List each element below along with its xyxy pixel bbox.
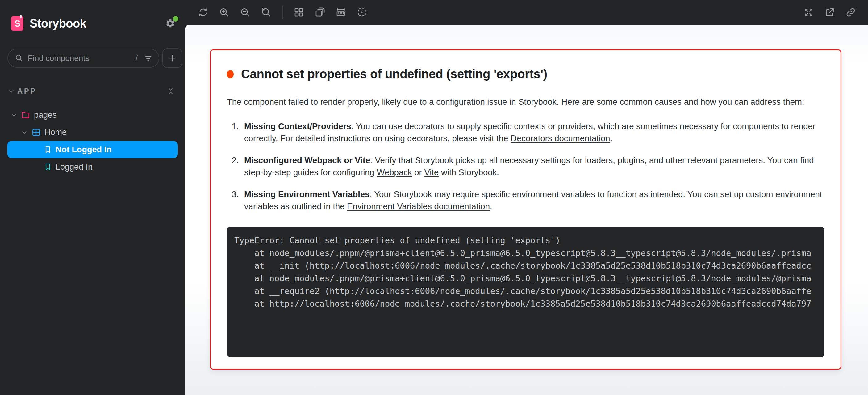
error-title: Cannot set properties of undefined (sett…: [241, 67, 547, 81]
reset-zoom-icon: [261, 7, 271, 18]
zoom-in-icon: [219, 7, 229, 18]
cause-text: or: [412, 168, 425, 177]
chevron-down-icon: [8, 88, 15, 94]
cause-lead: Missing Context/Providers: [244, 121, 351, 131]
error-title-row: Cannot set properties of undefined (sett…: [227, 67, 825, 81]
stack-trace-line: at node_modules/.pnpm/@prisma+client@6.5…: [234, 272, 817, 285]
viewport-icon: [314, 7, 325, 18]
copy-link-button[interactable]: [841, 4, 860, 21]
cause-text: .: [490, 201, 492, 211]
storybook-logo-icon: S: [11, 16, 24, 31]
stack-trace-line: at __init (http://localhost:6006/node_mo…: [234, 259, 817, 272]
outline-icon: [356, 7, 367, 18]
remount-button[interactable]: [194, 4, 212, 21]
grid-icon: [293, 7, 304, 18]
brand-name: Storybook: [30, 17, 86, 30]
search-shortcut-hint: /: [135, 54, 139, 63]
webpack-link[interactable]: Webpack: [377, 168, 412, 177]
stack-trace-block: TypeError: Cannot set properties of unde…: [227, 227, 825, 357]
decorators-documentation-link[interactable]: Decorators documentation: [510, 134, 610, 143]
cause-text: .: [610, 134, 613, 143]
stack-trace-line: TypeError: Cannot set properties of unde…: [234, 234, 817, 247]
ruler-icon: [336, 7, 346, 18]
cause-text: with Storybook.: [439, 168, 499, 177]
zoom-out-button[interactable]: [236, 4, 254, 21]
backgrounds-grid-button[interactable]: [289, 4, 308, 21]
tree-item-label: Home: [44, 128, 67, 137]
zoom-out-icon: [240, 7, 250, 18]
reset-zoom-button[interactable]: [257, 4, 275, 21]
story-item-label: Logged In: [56, 162, 93, 172]
tree-item-home[interactable]: Home: [7, 124, 178, 141]
preview-canvas: Cannot set properties of undefined (sett…: [185, 25, 868, 395]
link-icon: [845, 7, 856, 18]
external-link-icon: [825, 7, 835, 18]
chevron-down-icon[interactable]: [21, 129, 28, 136]
cause-lead: Missing Environment Variables: [244, 190, 370, 199]
viewport-button[interactable]: [311, 4, 329, 21]
collapse-icon: [167, 87, 175, 95]
cause-item-environment-variables: Missing Environment Variables: Your Stor…: [241, 188, 825, 212]
expand-icon: [804, 7, 814, 18]
cause-lead: Misconfigured Webpack or Vite: [244, 156, 370, 165]
search-row: /: [7, 48, 178, 68]
zoom-in-button[interactable]: [215, 4, 234, 21]
main-area: Cannot set properties of undefined (sett…: [185, 0, 868, 395]
sidebar-header: S Storybook: [7, 0, 178, 31]
sidebar-section-app[interactable]: APP: [7, 84, 178, 98]
error-intro: The component failed to render properly,…: [227, 96, 825, 108]
search-input[interactable]: [28, 54, 131, 63]
section-label: APP: [17, 87, 166, 95]
stack-trace-line: at __require2 (http://localhost:6006/nod…: [234, 285, 817, 297]
bookmark-icon: [44, 163, 52, 171]
create-story-button[interactable]: [162, 48, 182, 68]
outline-button[interactable]: [352, 4, 371, 21]
story-tree: pages Home: [7, 106, 178, 175]
settings-button[interactable]: [164, 17, 177, 30]
vite-link[interactable]: Vite: [424, 168, 439, 177]
search-box[interactable]: /: [7, 49, 159, 68]
error-causes-list: Missing Context/Providers: You can use d…: [227, 120, 825, 212]
open-new-tab-button[interactable]: [820, 4, 839, 21]
fullscreen-button[interactable]: [800, 4, 818, 21]
cause-item-context-providers: Missing Context/Providers: You can use d…: [241, 120, 825, 144]
story-item-not-logged-in[interactable]: Not Logged In: [7, 141, 178, 158]
component-icon: [31, 128, 41, 137]
tree-item-label: pages: [34, 110, 57, 120]
bookmark-icon: [44, 145, 52, 154]
stack-trace-line: at node_modules/.pnpm/@prisma+client@6.5…: [234, 247, 817, 259]
filter-button[interactable]: [143, 53, 153, 63]
cause-item-webpack-vite: Misconfigured Webpack or Vite: Verify th…: [241, 154, 825, 178]
environment-variables-documentation-link[interactable]: Environment Variables documentation: [347, 201, 490, 211]
measure-button[interactable]: [332, 4, 350, 21]
render-error-panel: Cannot set properties of undefined (sett…: [210, 50, 841, 370]
stack-trace-line: at http://localhost:6006/node_modules/.c…: [234, 297, 817, 310]
plus-icon: [167, 54, 177, 63]
search-icon: [15, 54, 24, 62]
collapse-all-button[interactable]: [166, 87, 175, 96]
canvas-toolbar: [185, 0, 868, 25]
story-item-logged-in[interactable]: Logged In: [7, 158, 178, 175]
tree-item-pages[interactable]: pages: [7, 106, 178, 124]
error-dot-icon: [227, 70, 234, 78]
filter-icon: [144, 54, 153, 62]
story-item-label: Not Logged In: [56, 145, 112, 154]
notification-dot: [173, 16, 178, 22]
remount-icon: [198, 7, 208, 18]
toolbar-separator: [282, 5, 283, 19]
folder-icon: [21, 110, 30, 120]
sidebar: S Storybook /: [0, 0, 185, 395]
brand[interactable]: S Storybook: [11, 16, 86, 31]
chevron-down-icon[interactable]: [10, 112, 17, 118]
storybook-app: S Storybook /: [0, 0, 868, 395]
